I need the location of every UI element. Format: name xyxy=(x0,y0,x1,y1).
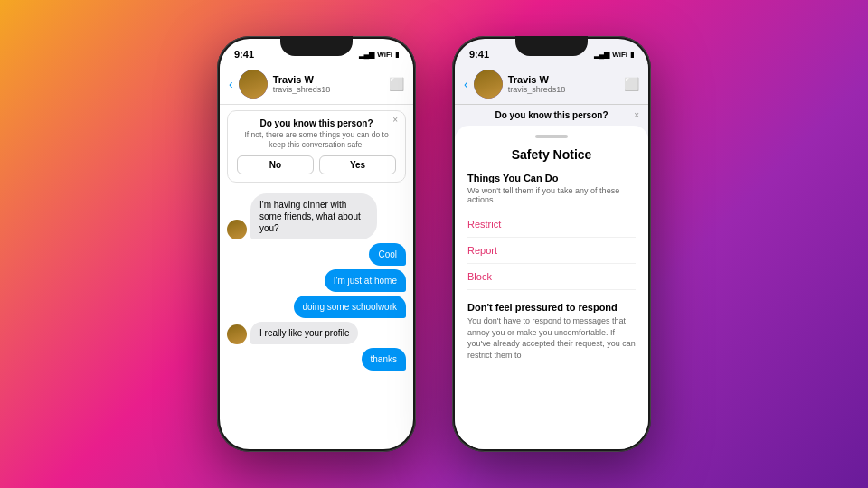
banner-close-1[interactable]: × xyxy=(392,115,398,125)
table-row: I'm just at home xyxy=(227,269,406,292)
know-banner-1: × Do you know this person? If not, there… xyxy=(227,110,406,183)
signal-icon-2: ▂▄▆ xyxy=(594,51,610,59)
screen-2: 9:41 ▂▄▆ WiFi ▮ ‹ Travis W travis_shreds… xyxy=(455,39,648,449)
section1-title: Things You Can Do xyxy=(467,173,636,183)
table-row: I'm having dinner with some friends, wha… xyxy=(227,193,406,239)
list-item: Cool xyxy=(369,243,406,266)
block-button[interactable]: Block xyxy=(467,264,636,290)
chat-header-1: ‹ Travis W travis_shreds18 ⬜ xyxy=(220,64,413,105)
contact-username-1: travis_shreds18 xyxy=(273,85,389,94)
video-icon-1[interactable]: ⬜ xyxy=(389,77,404,91)
contact-name-1: Travis W xyxy=(273,74,389,85)
phone-2: 9:41 ▂▄▆ WiFi ▮ ‹ Travis W travis_shreds… xyxy=(452,36,651,452)
section1-text: We won't tell them if you take any of th… xyxy=(467,186,636,204)
sheet-divider xyxy=(467,296,636,296)
back-button-2[interactable]: ‹ xyxy=(464,77,468,91)
video-icon-2[interactable]: ⬜ xyxy=(624,77,639,91)
screen-1: 9:41 ▂▄▆ WiFi ▮ ‹ Travis W travis_shreds… xyxy=(220,39,413,449)
notch-1 xyxy=(280,36,353,56)
wifi-icon-1: WiFi xyxy=(377,51,392,59)
notch-2 xyxy=(515,36,588,56)
avatar-image-2 xyxy=(474,70,503,99)
back-button-1[interactable]: ‹ xyxy=(229,77,233,91)
avatar-1 xyxy=(239,70,268,99)
safety-sheet: Safety Notice Things You Can Do We won't… xyxy=(455,126,648,449)
list-item: thanks xyxy=(362,348,406,371)
no-button-1[interactable]: No xyxy=(237,155,314,174)
signal-icon-1: ▂▄▆ xyxy=(359,51,375,59)
table-row: thanks xyxy=(227,348,406,371)
avatar-msg-1 xyxy=(227,220,247,239)
banner-close-2[interactable]: × xyxy=(634,110,639,120)
sheet-handle xyxy=(535,135,568,138)
restrict-button[interactable]: Restrict xyxy=(467,211,636,238)
status-icons-1: ▂▄▆ WiFi ▮ xyxy=(359,51,399,59)
avatar-msg-2 xyxy=(227,324,247,344)
table-row: I really like your profile xyxy=(227,322,406,344)
table-row: Cool xyxy=(227,243,406,266)
time-2: 9:41 xyxy=(469,49,489,60)
yes-button-1[interactable]: Yes xyxy=(319,155,396,174)
know-buttons-1: No Yes xyxy=(237,155,396,174)
phone-1: 9:41 ▂▄▆ WiFi ▮ ‹ Travis W travis_shreds… xyxy=(217,36,416,452)
avatar-2 xyxy=(474,70,503,99)
avatar-image-1 xyxy=(239,70,268,99)
battery-icon-1: ▮ xyxy=(395,51,399,59)
contact-name-2: Travis W xyxy=(508,74,624,85)
list-item: I'm just at home xyxy=(325,269,406,292)
time-1: 9:41 xyxy=(234,49,254,60)
contact-username-2: travis_shreds18 xyxy=(508,85,624,94)
messages-area-1: I'm having dinner with some friends, wha… xyxy=(220,188,413,449)
table-row: doing some schoolwork xyxy=(227,296,406,318)
battery-icon-2: ▮ xyxy=(630,51,634,59)
wifi-icon-2: WiFi xyxy=(612,51,627,59)
list-item: doing some schoolwork xyxy=(294,296,407,318)
list-item: I'm having dinner with some friends, wha… xyxy=(250,193,377,239)
section2-text: You don't have to respond to messages th… xyxy=(467,315,636,361)
chat-header-2: ‹ Travis W travis_shreds18 ⬜ xyxy=(455,64,648,105)
section2-title: Don't feel pressured to respond xyxy=(467,302,636,313)
report-button[interactable]: Report xyxy=(467,238,636,264)
list-item: I really like your profile xyxy=(250,322,358,344)
banner-title-1: Do you know this person? xyxy=(237,118,396,128)
status-icons-2: ▂▄▆ WiFi ▮ xyxy=(594,51,634,59)
know-banner-2: Do you know this person? × xyxy=(455,105,648,126)
banner-title-2: Do you know this person? xyxy=(495,110,608,120)
banner-text-1: If not, there are some things you can do… xyxy=(237,130,396,150)
header-info-2: Travis W travis_shreds18 xyxy=(508,74,624,94)
sheet-title: Safety Notice xyxy=(467,147,636,162)
header-info-1: Travis W travis_shreds18 xyxy=(273,74,389,94)
